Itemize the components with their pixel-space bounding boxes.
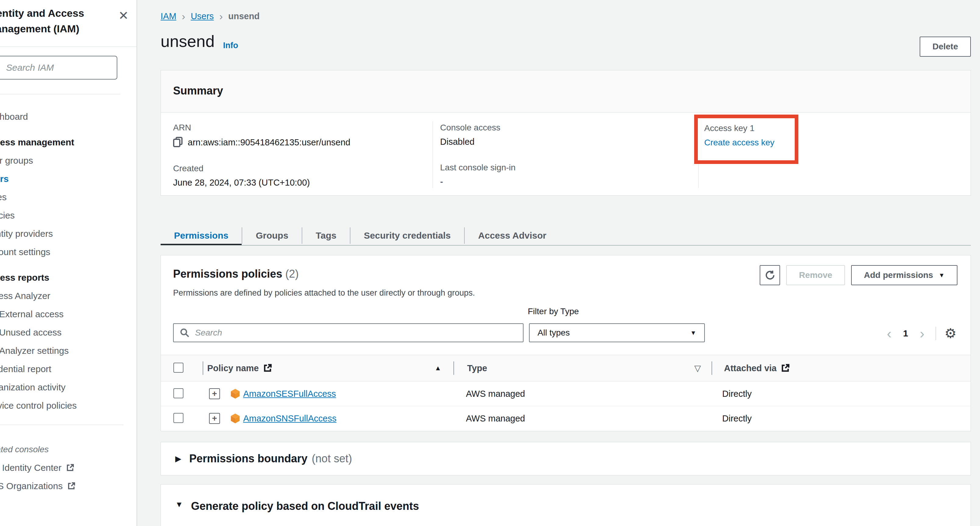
- refresh-button[interactable]: [760, 265, 780, 285]
- permissions-boundary-title: Permissions boundary: [189, 452, 307, 465]
- expand-policy-icon[interactable]: +: [209, 413, 220, 424]
- generate-policy-card[interactable]: ▼ Generate policy based on CloudTrail ev…: [161, 484, 971, 526]
- sidebar-item-user-groups[interactable]: User groups: [0, 151, 137, 170]
- page-title: unsend: [161, 32, 215, 51]
- delete-button[interactable]: Delete: [920, 37, 971, 57]
- chevron-right-icon: ›: [182, 10, 185, 22]
- divider: [935, 327, 936, 340]
- type-filter-select[interactable]: All types ▼: [529, 323, 705, 342]
- tab-access-advisor[interactable]: Access Advisor: [465, 226, 560, 246]
- sidebar-item-users[interactable]: Users: [0, 170, 137, 188]
- sidebar-item-analyzer-settings[interactable]: Analyzer settings: [0, 342, 137, 360]
- policies-search-input[interactable]: [194, 327, 517, 338]
- page-number[interactable]: 1: [903, 328, 908, 338]
- sidebar-item-dashboard[interactable]: Dashboard: [0, 108, 137, 126]
- sidebar-item-label: AWS Organizations: [0, 481, 63, 491]
- sidebar-item-roles[interactable]: Roles: [0, 188, 137, 206]
- column-attached-via[interactable]: Attached via: [724, 363, 776, 373]
- sidebar-item-unused-access[interactable]: Unused access: [0, 323, 137, 342]
- tab-permissions[interactable]: Permissions: [161, 226, 242, 246]
- summary-body: ARN arn:aws:iam::905418462135:user/unsen…: [161, 113, 970, 195]
- sidebar-section-access-management: Access management: [0, 133, 137, 151]
- column-policy-name[interactable]: Policy name: [207, 363, 259, 373]
- pagination: ‹ 1 › ⚙: [887, 325, 956, 342]
- summary-header: Summary: [161, 70, 970, 113]
- copy-icon[interactable]: [173, 137, 183, 148]
- external-link-icon: [263, 364, 272, 373]
- permissions-policies-card: Permissions policies(2) Permissions are …: [161, 255, 971, 431]
- policies-table: Policy name ▲ Type ▽ Attached via: [161, 355, 970, 431]
- close-icon[interactable]: ✕: [118, 8, 129, 22]
- sidebar-section-related-consoles: Related consoles: [0, 440, 137, 459]
- sidebar-item-identity-providers[interactable]: Identity providers: [0, 225, 137, 243]
- policies-search-box: [173, 323, 523, 342]
- tab-tags[interactable]: Tags: [302, 226, 350, 246]
- sidebar-item-label: IAM Identity Center: [0, 462, 62, 473]
- divider: [0, 46, 137, 47]
- sidebar-item-credential-report[interactable]: Credential report: [0, 360, 137, 378]
- tab-groups[interactable]: Groups: [242, 226, 302, 246]
- caret-down-icon: ▼: [690, 329, 696, 337]
- policy-link[interactable]: AmazonSESFullAccess: [243, 389, 336, 399]
- breadcrumb-current: unsend: [228, 11, 259, 21]
- policies-actions: Remove Add permissions▼: [760, 265, 958, 285]
- summary-col-arn: ARN arn:aws:iam::905418462135:user/unsen…: [161, 113, 433, 195]
- collapse-arrow-icon[interactable]: ▼: [175, 500, 183, 509]
- search-iam-input[interactable]: [0, 56, 117, 79]
- policy-type: AWS managed: [466, 389, 525, 399]
- add-permissions-button[interactable]: Add permissions▼: [851, 265, 958, 285]
- sidebar-item-organization-activity[interactable]: Organization activity: [0, 378, 137, 396]
- sidebar-item-external-access[interactable]: External access: [0, 305, 137, 323]
- divider: [0, 424, 123, 425]
- main-content: IAM › Users › unsend unsend Info Delete …: [137, 0, 980, 526]
- create-access-key-link[interactable]: Create access key: [704, 138, 795, 148]
- summary-title: Summary: [161, 70, 970, 97]
- sidebar-item-aws-organizations[interactable]: AWS Organizations: [0, 477, 137, 495]
- filter-down-icon[interactable]: ▽: [694, 363, 701, 373]
- table-header-row: Policy name ▲ Type ▽ Attached via: [161, 355, 970, 381]
- external-link-icon: [66, 460, 74, 478]
- previous-page-icon[interactable]: ‹: [887, 326, 891, 340]
- access-key-label: Access key 1: [704, 124, 795, 133]
- sidebar-item-policies[interactable]: Policies: [0, 206, 137, 225]
- breadcrumb: IAM › Users › unsend: [161, 10, 259, 22]
- generate-policy-title: Generate policy based on CloudTrail even…: [191, 500, 419, 513]
- expand-arrow-icon[interactable]: ▶: [175, 454, 181, 464]
- sidebar-title: Identity and Access Management (IAM): [0, 5, 130, 37]
- search-icon: [180, 328, 189, 338]
- console-access-label: Console access: [440, 123, 698, 133]
- chevron-right-icon: ›: [220, 10, 223, 22]
- next-page-icon[interactable]: ›: [920, 326, 924, 340]
- policies-count: (2): [285, 268, 299, 280]
- permissions-boundary-card[interactable]: ▶ Permissions boundary (not set): [161, 442, 971, 475]
- sort-ascending-icon[interactable]: ▲: [434, 364, 441, 372]
- external-link-icon: [67, 478, 76, 496]
- row-checkbox[interactable]: [173, 413, 183, 423]
- policies-description: Permissions are defined by policies atta…: [173, 288, 475, 298]
- filter-by-type-label: Filter by Type: [528, 307, 579, 316]
- created-label: Created: [173, 164, 433, 173]
- breadcrumb-iam[interactable]: IAM: [161, 11, 177, 21]
- policy-link[interactable]: AmazonSNSFullAccess: [243, 413, 336, 424]
- sidebar-item-service-control-policies[interactable]: Service control policies: [0, 396, 137, 415]
- sidebar-nav: Dashboard Access management User groups …: [0, 108, 137, 495]
- column-type[interactable]: Type: [467, 363, 487, 373]
- expand-policy-icon[interactable]: +: [209, 388, 220, 399]
- breadcrumb-users[interactable]: Users: [191, 11, 214, 21]
- row-checkbox[interactable]: [173, 388, 183, 398]
- info-link[interactable]: Info: [223, 41, 238, 50]
- last-signin-value: -: [440, 177, 698, 187]
- permissions-boundary-status: (not set): [312, 452, 352, 465]
- sidebar-item-account-settings[interactable]: Account settings: [0, 243, 137, 261]
- arn-label: ARN: [173, 123, 433, 133]
- gear-icon[interactable]: ⚙: [945, 327, 956, 340]
- summary-col-console: Console access Disabled Last console sig…: [433, 113, 698, 195]
- tab-security-credentials[interactable]: Security credentials: [350, 226, 464, 246]
- remove-button[interactable]: Remove: [786, 265, 845, 285]
- policy-attached-via: Directly: [722, 389, 752, 399]
- summary-card: Summary ARN arn:aws:iam::905418462135:us…: [161, 70, 971, 195]
- sidebar-item-access-analyzer[interactable]: Access Analyzer: [0, 287, 137, 305]
- last-signin-label: Last console sign-in: [440, 163, 698, 173]
- select-all-checkbox[interactable]: [173, 363, 183, 373]
- sidebar-item-iam-identity-center[interactable]: IAM Identity Center: [0, 459, 137, 477]
